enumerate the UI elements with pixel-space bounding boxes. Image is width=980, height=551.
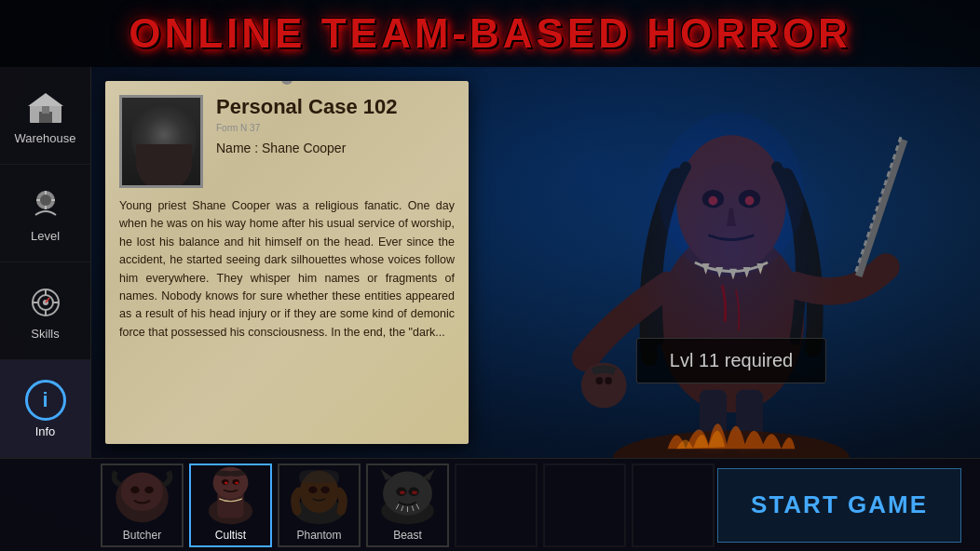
skills-icon xyxy=(25,282,66,323)
sidebar-item-warehouse[interactable]: Warehouse xyxy=(0,67,90,165)
svg-point-41 xyxy=(121,472,163,511)
case-form-no: Form N 37 xyxy=(216,123,455,133)
case-card-inner: Personal Case 102 Form N 37 Name : Shane… xyxy=(105,81,469,444)
main-content: Personal Case 102 Form N 37 Name : Shane… xyxy=(91,67,980,458)
main-title: ONLINE TEAM-BASED HORROR xyxy=(129,10,851,56)
portrait-face xyxy=(122,98,200,185)
sidebar-label-skills: Skills xyxy=(31,327,59,341)
case-portrait xyxy=(119,95,203,188)
lvl-required-badge: Lvl 11 required xyxy=(636,338,826,383)
character-slot-cultist[interactable]: Cultist xyxy=(189,464,272,547)
empty-thumb-1 xyxy=(456,475,536,540)
phantom-thumb xyxy=(279,465,359,527)
level-icon xyxy=(25,184,66,225)
empty-label-1 xyxy=(456,540,536,545)
character-slot-empty-2[interactable] xyxy=(543,464,626,547)
svg-point-53 xyxy=(308,487,317,494)
empty-label-3 xyxy=(633,540,713,545)
svg-point-42 xyxy=(130,487,139,494)
empty-thumb-3 xyxy=(633,475,713,540)
case-name: Name : Shane Cooper xyxy=(216,141,455,155)
warehouse-icon xyxy=(25,87,66,128)
svg-rect-3 xyxy=(42,106,49,114)
info-icon: i xyxy=(25,380,66,421)
case-card: Personal Case 102 Form N 37 Name : Shane… xyxy=(105,81,469,444)
cultist-label: Cultist xyxy=(191,527,270,545)
sidebar-item-info[interactable]: i Info xyxy=(0,360,90,458)
empty-thumb-2 xyxy=(545,475,624,540)
svg-point-61 xyxy=(400,491,405,494)
butcher-label: Butcher xyxy=(102,527,182,545)
phantom-svg xyxy=(279,465,359,526)
character-slot-empty-1[interactable] xyxy=(455,464,538,547)
start-game-button[interactable]: START GAME xyxy=(717,468,961,543)
character-slot-butcher[interactable]: Butcher xyxy=(101,464,184,547)
sidebar-label-info: Info xyxy=(35,424,56,438)
beast-thumb xyxy=(368,465,447,527)
portrait-pin xyxy=(281,81,293,85)
svg-point-38 xyxy=(595,377,603,384)
case-title-area: Personal Case 102 Form N 37 Name : Shane… xyxy=(216,95,455,155)
monster-svg xyxy=(554,67,908,458)
sidebar-label-warehouse: Warehouse xyxy=(15,131,76,145)
svg-point-5 xyxy=(40,195,51,206)
cultist-thumb xyxy=(191,465,270,527)
sidebar-item-level[interactable]: Level xyxy=(0,165,90,262)
butcher-svg xyxy=(102,465,182,526)
svg-point-49 xyxy=(225,481,228,484)
sidebar: Warehouse Level xyxy=(0,67,91,458)
svg-point-54 xyxy=(320,487,329,494)
bottom-bar: Butcher Cultist xyxy=(0,458,980,551)
svg-point-62 xyxy=(412,491,417,494)
phantom-label: Phantom xyxy=(279,527,359,545)
sidebar-item-skills[interactable]: Skills xyxy=(0,262,90,360)
svg-point-35 xyxy=(659,113,804,276)
sidebar-label-level: Level xyxy=(31,229,60,243)
case-header: Personal Case 102 Form N 37 Name : Shane… xyxy=(119,95,455,188)
character-slot-phantom[interactable]: Phantom xyxy=(278,464,361,547)
info-circle: i xyxy=(25,380,66,421)
beast-svg xyxy=(368,465,447,526)
case-body: Young priest Shane Cooper was a religiou… xyxy=(119,197,455,342)
svg-line-31 xyxy=(856,135,902,272)
butcher-thumb xyxy=(102,465,182,527)
svg-point-43 xyxy=(144,487,153,494)
character-slot-beast[interactable]: Beast xyxy=(366,464,449,547)
svg-point-50 xyxy=(235,481,238,484)
case-title: Personal Case 102 xyxy=(216,95,455,119)
monster-area: Lvl 11 required xyxy=(483,67,980,458)
svg-point-37 xyxy=(605,377,612,384)
svg-marker-1 xyxy=(28,93,63,106)
character-slot-empty-3[interactable] xyxy=(632,464,715,547)
beast-label: Beast xyxy=(368,527,447,545)
cultist-svg xyxy=(191,465,270,526)
title-wrapper: ONLINE TEAM-BASED HORROR xyxy=(129,10,851,57)
empty-label-2 xyxy=(545,540,624,545)
title-bar: ONLINE TEAM-BASED HORROR xyxy=(0,0,980,67)
monster-silhouette xyxy=(483,67,980,458)
